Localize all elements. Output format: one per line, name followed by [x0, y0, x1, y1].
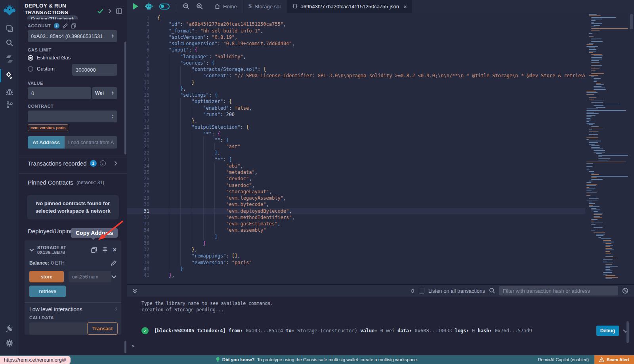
remove-contract-icon[interactable]: × [113, 247, 116, 253]
listen-transactions-label: Listen on all transactions [428, 288, 485, 294]
annotation-arrow [78, 218, 127, 246]
solidity-file-icon: S [248, 4, 252, 9]
transactions-info-icon[interactable]: i [100, 160, 106, 166]
network-badge-clip: Custom (31) network [27, 15, 78, 19]
at-address-button[interactable]: At Address [28, 136, 65, 149]
contract-collapse-chevron-icon[interactable] [29, 248, 34, 252]
copilot-status[interactable]: RemixAI Copilot (enabled) [538, 357, 589, 362]
divider [19, 156, 127, 156]
tab-storage-sol[interactable]: S Storage.sol [243, 0, 286, 13]
home-icon [214, 4, 220, 9]
transactions-expand-chevron-icon[interactable] [114, 161, 117, 166]
pin-panel-icon[interactable] [116, 8, 122, 14]
value-label: VALUE [28, 81, 43, 86]
estimated-gas-radio[interactable] [28, 55, 33, 61]
compile-success-check-icon [97, 9, 103, 13]
run-script-icon[interactable] [133, 3, 138, 10]
pin-contract-icon[interactable] [102, 247, 108, 253]
tab-build-info-json[interactable]: {} a69b43f277ba20fcac141151250ca755.json… [286, 0, 413, 13]
contract-instance-title: STORAGE AT 0X136...8B78 [37, 245, 88, 255]
clear-terminal-icon[interactable] [622, 288, 628, 294]
expand-terminal-icon[interactable] [132, 288, 137, 293]
terminal-scrollbar[interactable] [626, 321, 629, 343]
panel-title: DEPLOY & RUN TRANSACTIONS [25, 3, 84, 16]
expand-store-chevron-icon[interactable] [111, 275, 116, 278]
store-arg-input[interactable] [69, 271, 111, 282]
close-tab-icon[interactable]: × [403, 3, 407, 10]
warning-icon [599, 357, 604, 362]
terminal-body[interactable]: Type the library name to see available c… [127, 297, 634, 356]
editor-scrollbar[interactable] [629, 13, 634, 284]
lightbulb-icon [216, 357, 220, 362]
status-bar: Did you know? To prototype using the Gno… [0, 355, 634, 364]
value-unit-select[interactable]: Wei ▲▼ [92, 87, 117, 99]
transaction-log-row[interactable]: ✓ [block:5583405 txIndex:4] from: 0xa03.… [141, 326, 628, 336]
low-level-info-icon[interactable]: i [115, 307, 116, 313]
tip-text: To prototype using the Gnosis safe multi… [257, 357, 418, 362]
scam-alert-button[interactable]: Scam Alert [594, 355, 634, 364]
transact-button[interactable]: Transact [87, 322, 118, 335]
edit-balance-icon[interactable] [111, 260, 116, 266]
evm-version-badge: evm version: paris [28, 124, 68, 131]
remix-logo-icon[interactable] [0, 2, 19, 18]
tx-success-check-icon: ✓ [141, 327, 149, 334]
transactions-count-badge: 1 [90, 160, 97, 167]
deploy-run-icon[interactable] [0, 69, 19, 83]
settings-gear-icon[interactable] [0, 336, 19, 350]
tab-bar: Home S Storage.sol {} a69b43f277ba20fcac… [127, 0, 634, 13]
account-stepper-icon[interactable]: ▲▼ [111, 34, 114, 38]
file-explorer-icon[interactable] [0, 21, 19, 35]
code-editor[interactable]: 1234567891011121314151617181920212223242… [127, 13, 634, 284]
panel-scrollbar-lower[interactable] [124, 341, 126, 353]
copy-account-icon[interactable] [71, 23, 76, 29]
transactions-recorded-label: Transactions recorded [28, 160, 87, 167]
git-icon[interactable] [0, 97, 19, 112]
divider [25, 302, 121, 303]
main-area: Home S Storage.sol {} a69b43f277ba20fcac… [127, 0, 634, 355]
retrieve-button[interactable]: retrieve [29, 286, 66, 297]
pinned-network-note: (network: 31) [76, 180, 104, 185]
zoom-in-icon[interactable] [196, 3, 203, 10]
tab-home[interactable]: Home [209, 0, 243, 13]
debug-button[interactable]: Debug [596, 326, 619, 336]
store-button[interactable]: store [29, 271, 64, 282]
contract-label: CONTRACT [28, 104, 53, 109]
edit-account-icon[interactable] [63, 23, 68, 29]
solidity-compiler-icon[interactable] [0, 52, 19, 66]
listen-transactions-checkbox[interactable] [419, 288, 424, 293]
balance-label: Balance: [29, 260, 49, 266]
account-select[interactable]: 0xA03...85ac4 (0.39866531531 ▲▼ [28, 30, 117, 42]
custom-gas-input[interactable] [72, 64, 117, 76]
editor-minimap[interactable] [585, 13, 629, 284]
at-address-input[interactable] [65, 136, 117, 149]
terminal: 0 Listen on all transactions Type the li… [127, 284, 634, 355]
calldata-label: CALLDATA [29, 315, 116, 320]
did-you-know-label: Did you know? [222, 357, 255, 362]
no-pinned-contracts-card: No pinned contracts found forselected wo… [27, 195, 119, 219]
panel-next-chevron-icon[interactable] [108, 9, 111, 13]
value-input[interactable] [28, 87, 91, 99]
debugger-icon[interactable] [0, 84, 19, 99]
copy-address-icon[interactable] [91, 247, 97, 253]
terminal-filter-input[interactable] [499, 286, 618, 295]
plugin-manager-icon[interactable] [0, 322, 19, 336]
terminal-prompt[interactable]: > [132, 343, 134, 349]
terminal-header: 0 Listen on all transactions [127, 285, 634, 297]
tx-summary: [block:5583405 txIndex:4] from: 0xa03...… [154, 328, 532, 334]
terminal-search-icon [489, 288, 495, 294]
calldata-input[interactable] [29, 322, 87, 335]
copilot-toggle[interactable] [159, 4, 170, 10]
balance-value: 0 ETH [51, 260, 65, 266]
panel-scrollbar[interactable] [124, 42, 126, 154]
custom-gas-radio[interactable] [28, 66, 33, 72]
account-label: ACCOUNT [28, 23, 51, 28]
estimated-gas-label: Estimated Gas [37, 55, 71, 61]
editor-gutter: 1234567891011121314151617181920212223242… [127, 15, 149, 278]
search-icon[interactable] [0, 36, 19, 50]
remixai-robot-icon[interactable] [145, 2, 153, 10]
add-account-icon[interactable]: + [54, 23, 59, 29]
zoom-out-icon[interactable] [183, 3, 190, 10]
editor-code[interactable]: { "id": "a69b43f277ba20fcac141151250ca75… [157, 15, 585, 278]
terminal-message: Type the library name to see available c… [141, 297, 634, 307]
contract-select[interactable]: ▲▼ [28, 111, 117, 122]
